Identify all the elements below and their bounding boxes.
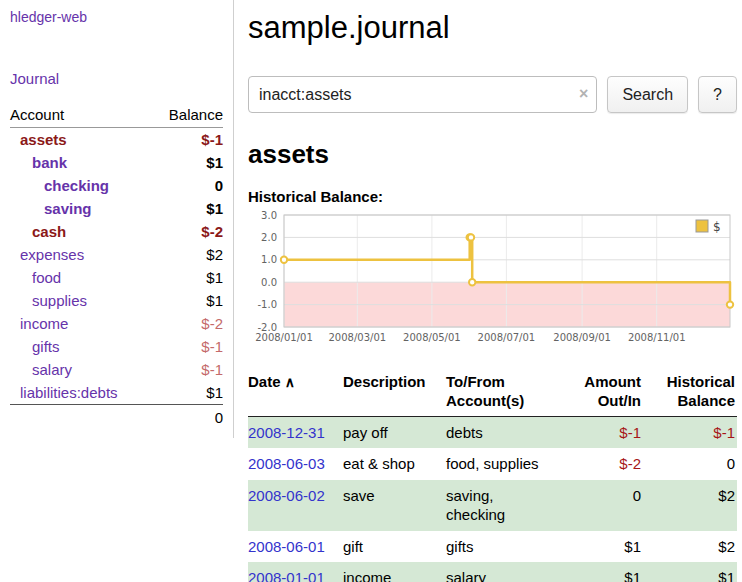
account-row-liabilities-debts: liabilities:debts $1 [10,381,223,405]
total-row: 0 [10,405,223,430]
svg-text:-2.0: -2.0 [257,322,277,333]
transaction-balance: $1 [643,562,737,582]
transaction-row[interactable]: 2008-06-03 eat & shop food, supplies $-2… [248,448,737,480]
account-link-bank[interactable]: bank [32,154,67,171]
svg-text:1.0: 1.0 [261,254,277,265]
transaction-accounts: gifts [446,531,558,563]
sidebar-item-journal[interactable]: Journal [10,70,223,87]
account-link-liabilities-debts[interactable]: liabilities:debts [20,384,118,401]
account-balance-saving: $1 [149,197,223,220]
account-balance-cash: $-2 [149,220,223,243]
svg-text:$: $ [713,220,721,234]
register-table: Date ∧ Description To/From Account(s) Am… [248,371,737,582]
chart-container: 2008/01/012008/03/012008/05/012008/07/01… [248,209,737,351]
transaction-date-link[interactable]: 2008-12-31 [248,424,325,441]
search-form: × Search ? [248,76,737,113]
account-link-salary[interactable]: salary [32,361,72,378]
account-link-food[interactable]: food [32,269,61,286]
account-link-expenses[interactable]: expenses [20,246,84,263]
account-balance-checking: 0 [149,174,223,197]
account-row-bank: bank $1 [10,151,223,174]
svg-text:3.0: 3.0 [261,210,277,221]
transaction-date-link[interactable]: 2008-01-01 [248,569,325,582]
search-input[interactable] [248,76,597,113]
transaction-description: income [343,562,446,582]
transaction-accounts: food, supplies [446,448,558,480]
svg-text:2008/03/01: 2008/03/01 [328,332,386,343]
page-title: sample.journal [248,10,737,46]
account-link-income[interactable]: income [20,315,68,332]
transaction-amount: $-2 [558,448,643,480]
transaction-balance: $2 [643,531,737,563]
svg-text:-1.0: -1.0 [257,299,277,310]
historical-balance-chart: 2008/01/012008/03/012008/05/012008/07/01… [248,209,737,347]
account-balance-supplies: $1 [149,289,223,312]
transaction-description: gift [343,531,446,563]
account-balance-liabilities-debts: $1 [149,381,223,405]
transaction-row[interactable]: 2008-06-01 gift gifts $1 $2 [248,531,737,563]
accounts-table: Account Balance assets $-1 bank $1 check… [10,103,223,429]
account-balance-expenses: $2 [149,243,223,266]
register-header-row: Date ∧ Description To/From Account(s) Am… [248,371,737,416]
amount-column-header: Amount Out/In [558,371,643,416]
transaction-amount: $-1 [558,416,643,448]
transaction-description: eat & shop [343,448,446,480]
account-link-assets[interactable]: assets [20,131,67,148]
account-row-cash: cash $-2 [10,220,223,243]
transaction-date-link[interactable]: 2008-06-02 [248,487,325,504]
account-row-supplies: supplies $1 [10,289,223,312]
transaction-row[interactable]: 2008-12-31 pay off debts $-1 $-1 [248,416,737,448]
account-balance-gifts: $-1 [149,335,223,358]
accounts-header-row: Account Balance [10,103,223,128]
help-button[interactable]: ? [698,76,737,113]
app-title-link[interactable]: hledger-web [10,9,87,25]
transaction-balance: $-1 [643,416,737,448]
account-link-saving[interactable]: saving [44,200,92,217]
transaction-accounts: saving, checking [446,480,558,531]
svg-text:2008/07/01: 2008/07/01 [478,332,536,343]
account-balance-income: $-2 [149,312,223,335]
total-balance: 0 [149,405,223,430]
account-row-expenses: expenses $2 [10,243,223,266]
svg-text:2008/05/01: 2008/05/01 [403,332,461,343]
main-content: sample.journal × Search ? assets Histori… [248,0,737,582]
svg-text:2008/11/01: 2008/11/01 [628,332,686,343]
account-balance-food: $1 [149,266,223,289]
account-balance-salary: $-1 [149,358,223,381]
account-page-title: assets [248,139,737,170]
account-balance-bank: $1 [149,151,223,174]
description-column-header: Description [343,371,446,416]
transaction-amount: $1 [558,562,643,582]
account-link-checking[interactable]: checking [44,177,109,194]
transaction-row[interactable]: 2008-06-02 save saving, checking 0 $2 [248,480,737,531]
transaction-accounts: debts [446,416,558,448]
account-row-income: income $-2 [10,312,223,335]
transaction-description: pay off [343,416,446,448]
search-button[interactable]: Search [607,76,688,113]
account-link-cash[interactable]: cash [32,223,66,240]
clear-search-icon[interactable]: × [579,84,588,104]
account-row-salary: salary $-1 [10,358,223,381]
account-link-supplies[interactable]: supplies [32,292,87,309]
account-balance-assets: $-1 [149,128,223,152]
transaction-row[interactable]: 2008-01-01 income salary $1 $1 [248,562,737,582]
account-row-assets: assets $-1 [10,128,223,152]
svg-text:0.0: 0.0 [261,277,277,288]
transaction-amount: $1 [558,531,643,563]
balance-column-header-register: Historical Balance [643,371,737,416]
sort-ascending-icon[interactable]: ∧ [285,374,295,390]
account-column-header: Account [10,103,149,128]
transaction-accounts: salary [446,562,558,582]
account-link-gifts[interactable]: gifts [32,338,60,355]
account-row-food: food $1 [10,266,223,289]
svg-text:2008/01/01: 2008/01/01 [255,332,313,343]
transaction-date-link[interactable]: 2008-06-01 [248,538,325,555]
transaction-date-link[interactable]: 2008-06-03 [248,455,325,472]
account-row-checking: checking 0 [10,174,223,197]
transaction-amount: 0 [558,480,643,531]
balance-column-header: Balance [149,103,223,128]
date-column-header[interactable]: Date ∧ [248,371,343,416]
svg-text:2008/09/01: 2008/09/01 [553,332,611,343]
transaction-balance: 0 [643,448,737,480]
accounts-column-header: To/From Account(s) [446,371,558,416]
